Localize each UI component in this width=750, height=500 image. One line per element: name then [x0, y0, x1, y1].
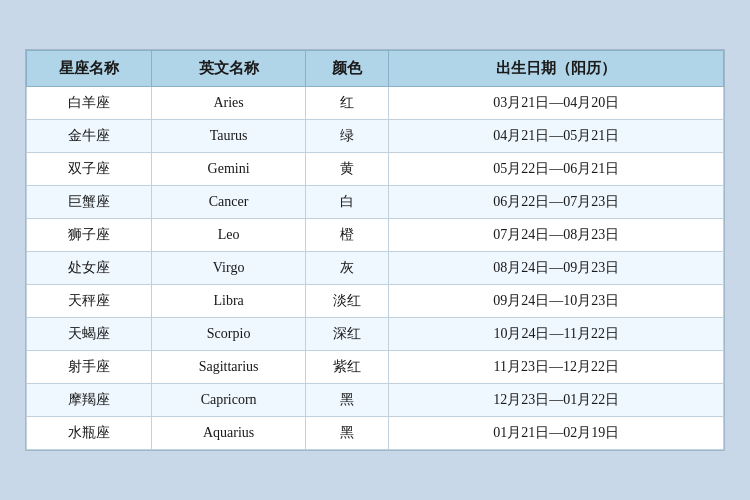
cell-date: 12月23日—01月22日: [389, 384, 724, 417]
cell-chinese-name: 狮子座: [27, 219, 152, 252]
cell-date: 04月21日—05月21日: [389, 120, 724, 153]
header-chinese-name: 星座名称: [27, 51, 152, 87]
table-row: 白羊座Aries红03月21日—04月20日: [27, 87, 724, 120]
cell-date: 07月24日—08月23日: [389, 219, 724, 252]
cell-color: 淡红: [305, 285, 389, 318]
cell-english-name: Sagittarius: [152, 351, 305, 384]
cell-chinese-name: 巨蟹座: [27, 186, 152, 219]
cell-chinese-name: 天秤座: [27, 285, 152, 318]
table-row: 狮子座Leo橙07月24日—08月23日: [27, 219, 724, 252]
cell-date: 08月24日—09月23日: [389, 252, 724, 285]
table-row: 水瓶座Aquarius黑01月21日—02月19日: [27, 417, 724, 450]
cell-color: 灰: [305, 252, 389, 285]
zodiac-table-container: 星座名称 英文名称 颜色 出生日期（阳历） 白羊座Aries红03月21日—04…: [25, 49, 725, 451]
header-color: 颜色: [305, 51, 389, 87]
cell-english-name: Taurus: [152, 120, 305, 153]
cell-english-name: Gemini: [152, 153, 305, 186]
cell-date: 01月21日—02月19日: [389, 417, 724, 450]
table-row: 巨蟹座Cancer白06月22日—07月23日: [27, 186, 724, 219]
cell-english-name: Cancer: [152, 186, 305, 219]
table-header-row: 星座名称 英文名称 颜色 出生日期（阳历）: [27, 51, 724, 87]
header-english-name: 英文名称: [152, 51, 305, 87]
cell-date: 05月22日—06月21日: [389, 153, 724, 186]
table-row: 处女座Virgo灰08月24日—09月23日: [27, 252, 724, 285]
cell-color: 紫红: [305, 351, 389, 384]
table-row: 天蝎座Scorpio深红10月24日—11月22日: [27, 318, 724, 351]
cell-english-name: Leo: [152, 219, 305, 252]
cell-chinese-name: 双子座: [27, 153, 152, 186]
cell-english-name: Aries: [152, 87, 305, 120]
table-row: 射手座Sagittarius紫红11月23日—12月22日: [27, 351, 724, 384]
cell-date: 10月24日—11月22日: [389, 318, 724, 351]
cell-color: 绿: [305, 120, 389, 153]
header-date: 出生日期（阳历）: [389, 51, 724, 87]
cell-color: 白: [305, 186, 389, 219]
cell-english-name: Libra: [152, 285, 305, 318]
cell-date: 03月21日—04月20日: [389, 87, 724, 120]
cell-english-name: Capricorn: [152, 384, 305, 417]
cell-color: 黑: [305, 417, 389, 450]
zodiac-table: 星座名称 英文名称 颜色 出生日期（阳历） 白羊座Aries红03月21日—04…: [26, 50, 724, 450]
cell-chinese-name: 金牛座: [27, 120, 152, 153]
cell-chinese-name: 射手座: [27, 351, 152, 384]
cell-chinese-name: 处女座: [27, 252, 152, 285]
table-row: 摩羯座Capricorn黑12月23日—01月22日: [27, 384, 724, 417]
cell-english-name: Aquarius: [152, 417, 305, 450]
cell-color: 橙: [305, 219, 389, 252]
cell-color: 深红: [305, 318, 389, 351]
cell-english-name: Virgo: [152, 252, 305, 285]
cell-date: 06月22日—07月23日: [389, 186, 724, 219]
cell-color: 黑: [305, 384, 389, 417]
table-row: 双子座Gemini黄05月22日—06月21日: [27, 153, 724, 186]
cell-date: 11月23日—12月22日: [389, 351, 724, 384]
cell-color: 红: [305, 87, 389, 120]
cell-date: 09月24日—10月23日: [389, 285, 724, 318]
cell-chinese-name: 白羊座: [27, 87, 152, 120]
table-row: 天秤座Libra淡红09月24日—10月23日: [27, 285, 724, 318]
cell-chinese-name: 天蝎座: [27, 318, 152, 351]
cell-chinese-name: 水瓶座: [27, 417, 152, 450]
cell-english-name: Scorpio: [152, 318, 305, 351]
table-row: 金牛座Taurus绿04月21日—05月21日: [27, 120, 724, 153]
cell-chinese-name: 摩羯座: [27, 384, 152, 417]
cell-color: 黄: [305, 153, 389, 186]
